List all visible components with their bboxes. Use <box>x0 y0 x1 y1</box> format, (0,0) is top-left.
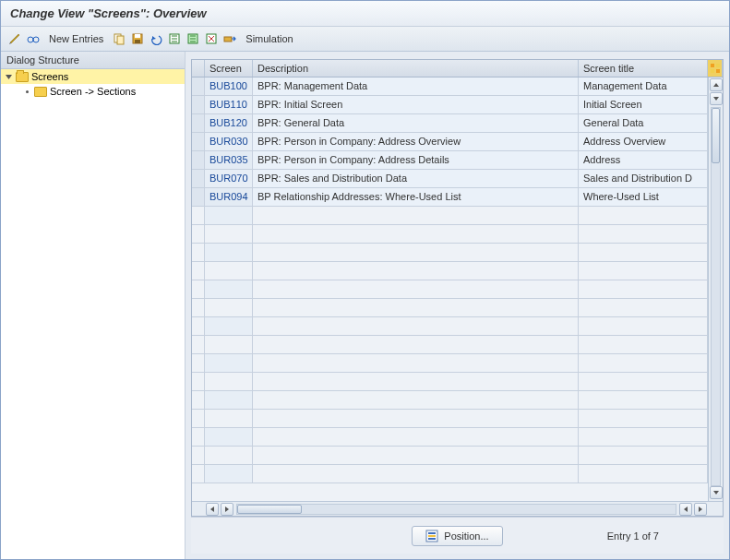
cell-title[interactable]: Address Overview <box>579 133 708 151</box>
row-selector[interactable] <box>192 188 205 207</box>
cell-title[interactable]: Sales and Distribution D <box>579 170 708 188</box>
row-selector[interactable] <box>192 96 205 114</box>
collapse-icon[interactable] <box>5 73 13 81</box>
table-row[interactable]: BUB120BPR: General DataGeneral Data <box>192 114 708 133</box>
table-row[interactable]: BUB100BPR: Management DataManagement Dat… <box>192 77 708 96</box>
position-label: Position... <box>444 530 488 542</box>
svg-rect-15 <box>716 69 720 73</box>
hscroll-thumb[interactable] <box>237 505 302 514</box>
tree-node-label: Screens <box>31 71 68 82</box>
grid-rows: BUB100BPR: Management DataManagement Dat… <box>192 77 708 501</box>
cell-screen[interactable]: BUB100 <box>205 77 253 96</box>
row-selector[interactable] <box>192 133 205 151</box>
undo-icon[interactable] <box>148 30 164 47</box>
cell-title <box>579 280 708 299</box>
cell-screen <box>205 280 253 299</box>
save-icon[interactable] <box>129 30 146 47</box>
scroll-down2-icon[interactable] <box>710 486 723 499</box>
svg-rect-17 <box>428 532 436 534</box>
row-selector <box>192 465 205 483</box>
cell-screen[interactable]: BUR070 <box>205 170 253 188</box>
cell-title <box>579 207 708 225</box>
cell-description <box>253 262 579 280</box>
table-row-empty <box>192 410 708 428</box>
row-selector[interactable] <box>192 170 205 188</box>
tree-node-screens[interactable]: Screens <box>1 69 185 84</box>
cell-description[interactable]: BPR: Initial Screen <box>253 96 579 114</box>
row-selector[interactable] <box>192 151 205 170</box>
cell-title[interactable]: Where-Used List <box>579 188 708 207</box>
cell-description[interactable]: BPR: Management Data <box>253 77 579 96</box>
glasses-icon[interactable] <box>25 30 42 47</box>
delete-icon[interactable] <box>203 30 220 47</box>
cell-title[interactable]: Initial Screen <box>579 96 708 114</box>
table-row-empty <box>192 391 708 410</box>
cell-screen[interactable]: BUB120 <box>205 114 253 133</box>
vertical-scrollbar[interactable] <box>708 77 723 501</box>
cell-description[interactable]: BPR: General Data <box>253 114 579 133</box>
row-selector <box>192 262 205 280</box>
copy-icon[interactable] <box>111 30 127 47</box>
position-button[interactable]: Position... <box>412 526 502 546</box>
cell-description[interactable]: BPR: Person in Company: Address Details <box>253 151 579 170</box>
cell-description <box>253 280 579 299</box>
tree-node-sections[interactable]: Screen -> Sections <box>1 84 185 99</box>
simulation-button[interactable]: Simulation <box>240 33 298 44</box>
scroll-down-icon[interactable] <box>710 92 723 105</box>
horizontal-scrollbar[interactable] <box>192 501 723 516</box>
toggle-display-change-icon[interactable] <box>6 30 23 47</box>
svg-rect-6 <box>135 40 140 43</box>
table-row-empty <box>192 428 708 447</box>
cell-screen <box>205 299 253 317</box>
column-description[interactable]: Description <box>253 60 579 77</box>
row-selector <box>192 225 205 244</box>
svg-rect-13 <box>716 64 720 67</box>
toolbar: New Entries Simulation <box>1 27 729 52</box>
transport-icon[interactable] <box>221 30 238 47</box>
cell-screen[interactable]: BUB110 <box>205 96 253 114</box>
cell-screen[interactable]: BUR035 <box>205 151 253 170</box>
row-selector <box>192 207 205 225</box>
svg-point-11 <box>26 90 29 93</box>
tree-panel: Dialog Structure Screens Screen -> Secti… <box>1 52 185 559</box>
scroll-up-icon[interactable] <box>710 78 723 91</box>
select-all-column[interactable] <box>192 60 205 77</box>
cell-description[interactable]: BPR: Person in Company: Address Overview <box>253 133 579 151</box>
cell-title[interactable]: Address <box>579 151 708 170</box>
cell-title <box>579 465 708 483</box>
table-row[interactable]: BUR094BP Relationship Addresses: Where-U… <box>192 188 708 207</box>
cell-screen <box>205 354 253 373</box>
scroll-thumb[interactable] <box>712 108 720 163</box>
row-selector <box>192 354 205 373</box>
row-selector <box>192 410 205 428</box>
deselect-all-icon[interactable] <box>185 30 201 47</box>
row-selector[interactable] <box>192 114 205 133</box>
cell-description[interactable]: BPR: Sales and Distribution Data <box>253 170 579 188</box>
select-all-icon[interactable] <box>166 30 183 47</box>
scroll-left2-icon[interactable] <box>679 503 692 516</box>
table-row[interactable]: BUR070BPR: Sales and Distribution DataSa… <box>192 170 708 188</box>
cell-title <box>579 410 708 428</box>
cell-title[interactable]: Management Data <box>579 77 708 96</box>
scroll-right-icon[interactable] <box>221 503 233 516</box>
table-row[interactable]: BUB110BPR: Initial ScreenInitial Screen <box>192 96 708 114</box>
column-screen[interactable]: Screen <box>205 60 253 77</box>
row-selector[interactable] <box>192 77 205 96</box>
table-settings-icon[interactable] <box>708 60 723 77</box>
tree-node-label: Screen -> Sections <box>50 86 136 97</box>
cell-screen[interactable]: BUR094 <box>205 188 253 207</box>
table-row[interactable]: BUR030BPR: Person in Company: Address Ov… <box>192 133 708 151</box>
cell-description[interactable]: BP Relationship Addresses: Where-Used Li… <box>253 188 579 207</box>
cell-screen[interactable]: BUR030 <box>205 133 253 151</box>
cell-screen <box>205 207 253 225</box>
table-row[interactable]: BUR035BPR: Person in Company: Address De… <box>192 151 708 170</box>
cell-screen <box>205 317 253 336</box>
scroll-right2-icon[interactable] <box>694 503 707 516</box>
scroll-left-icon[interactable] <box>206 503 219 516</box>
cell-screen <box>205 447 253 465</box>
cell-title[interactable]: General Data <box>579 114 708 133</box>
cell-title <box>579 244 708 262</box>
cell-title <box>579 317 708 336</box>
new-entries-button[interactable]: New Entries <box>43 33 109 44</box>
column-title[interactable]: Screen title <box>579 60 708 77</box>
